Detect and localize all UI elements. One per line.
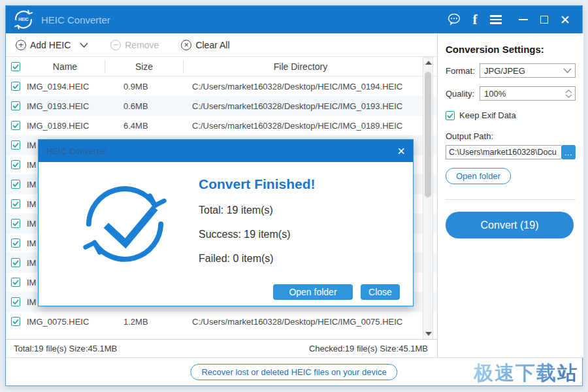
sidebar-open-folder-button[interactable]: Open folder [446,168,511,184]
dialog-title-bar: HEIC Converter × [39,140,413,162]
divider [446,199,576,200]
footer-bar: Recover lost or deleted HEIC files on yo… [6,357,582,385]
status-bar: Total:19 file(s) Size:45.1MB Checked:19 … [6,339,437,357]
dialog-close-button-secondary[interactable]: Close [361,284,400,300]
plus-circle-icon: + [16,40,26,50]
dialog-title: HEIC Converter [46,146,397,156]
row-checkbox[interactable] [11,180,20,189]
dialog-close-button[interactable]: × [397,144,405,157]
x-circle-icon: × [181,40,191,50]
convert-success-icon [76,171,173,268]
browse-button[interactable]: … [561,145,576,159]
app-window: HEIC HEIC Converter f [5,5,583,386]
table-header: Name Size File Directory [6,57,437,76]
hamburger-menu-icon [490,15,502,24]
menu-button[interactable] [485,10,506,29]
close-button[interactable]: ✕ [555,10,576,29]
file-size: 0.9MB [123,82,192,91]
row-checkbox[interactable] [11,121,20,130]
keep-exif-checkbox[interactable] [446,111,455,120]
row-checkbox[interactable] [11,278,20,287]
output-path-input[interactable]: C:\Users\market160328\Docu [446,145,561,159]
dialog-total-line: Total: 19 item(s) [199,204,316,216]
format-label: Format: [446,66,480,76]
facebook-button[interactable]: f [465,10,485,29]
row-checkbox[interactable] [11,160,20,169]
row-checkbox[interactable] [11,82,20,91]
format-value: JPG/JPEG [484,66,525,76]
status-total: Total:19 file(s) Size:45.1MB [14,344,117,353]
conversion-settings-panel: Conversion Settings: Format: JPG/JPEG Qu… [437,33,583,357]
file-size: 0.6MB [123,101,192,111]
dialog-success-line: Success: 19 item(s) [199,229,316,240]
file-directory: C:/Users/market160328/Desktop/HEIC/IMG_0… [192,82,437,91]
dialog-heading: Convert Finished! [199,176,316,192]
column-header-size[interactable]: Size [105,60,184,73]
column-header-directory[interactable]: File Directory [184,61,417,72]
dialog-footer: Open folder Close [273,284,400,300]
table-row[interactable]: IMG_0189.HEIC 6.4MB C:/Users/market16032… [6,116,437,135]
close-icon: ✕ [560,14,570,26]
output-path-label: Output Path: [446,131,576,141]
clear-all-button[interactable]: × Clear All [181,40,229,50]
dialog-body: Convert Finished! Total: 19 item(s) Succ… [39,162,413,285]
dialog-open-folder-button[interactable]: Open folder [273,284,353,300]
row-checkbox[interactable] [11,101,20,110]
dialog-failed-line: Failed: 0 item(s) [199,253,316,265]
select-all-checkbox[interactable] [11,62,20,71]
table-row[interactable]: IMG_0075.HEIC 1.2MB C:/Users/market16032… [6,312,437,331]
row-checkbox[interactable] [11,258,20,267]
remove-label: Remove [125,40,159,50]
maximize-button[interactable] [534,10,555,29]
row-checkbox[interactable] [11,199,20,208]
minimize-button[interactable] [513,10,534,29]
chat-bubble-icon [447,13,461,26]
minimize-icon [519,19,528,20]
title-bar: HEIC HEIC Converter f [6,6,582,33]
scroll-down-icon[interactable] [425,332,432,336]
file-directory: C:/Users/market160328/Desktop/HEIC/IMG_0… [192,101,437,111]
feedback-chat-button[interactable] [444,10,465,29]
quality-value: 100% [484,89,506,99]
watermark-text: 极速下载站 [474,360,578,387]
convert-button[interactable]: Convert (19) [446,212,574,238]
row-checkbox[interactable] [11,238,20,248]
file-name: IMG_0189.HEIC [25,121,123,131]
quality-spinner[interactable]: 100% [480,86,576,101]
app-logo-icon: HEIC [12,8,35,31]
recover-files-button[interactable]: Recover lost or deleted HEIC files on yo… [190,364,397,380]
toolbar: + Add HEIC − Remove × Clear All [6,33,437,57]
scrollbar-thumb[interactable] [425,72,431,197]
window-title: HEIC Converter [41,14,444,25]
convert-finished-dialog: HEIC Converter × Convert Finished! Total… [38,139,414,306]
quality-label: Quality: [446,89,480,99]
row-checkbox[interactable] [11,317,20,326]
file-name: IMG_0194.HEIC [25,82,123,91]
clear-all-label: Clear All [195,40,229,50]
chevron-down-icon [563,68,572,73]
chevron-down-icon[interactable] [80,42,88,48]
file-name: IMG_0075.HEIC [25,317,123,327]
remove-button[interactable]: − Remove [110,40,159,50]
file-size: 6.4MB [123,121,192,131]
format-select[interactable]: JPG/JPEG [480,63,576,78]
settings-heading: Conversion Settings: [446,44,576,55]
svg-text:HEIC: HEIC [18,17,29,22]
add-heic-button[interactable]: + Add HEIC [16,40,88,50]
keep-exif-label: Keep Exif Data [459,110,516,120]
file-directory: C:/Users/market160328/Desktop/HEIC/IMG_0… [192,121,437,131]
column-header-name[interactable]: Name [25,60,105,73]
facebook-icon: f [473,12,478,28]
row-checkbox[interactable] [11,140,20,150]
add-heic-label: Add HEIC [30,40,71,50]
file-size: 1.2MB [123,317,192,327]
file-directory: C:/Users/market160328/Desktop/HEIC/IMG_0… [192,317,437,327]
scroll-up-icon[interactable] [425,61,432,65]
table-row[interactable]: IMG_0194.HEIC 0.9MB C:/Users/market16032… [6,76,437,96]
row-checkbox[interactable] [11,297,20,306]
table-row[interactable]: IMG_0193.HEIC 0.6MB C:/Users/market16032… [6,96,437,116]
row-checkbox[interactable] [11,219,20,228]
minus-circle-icon: − [110,40,121,50]
spinner-arrows-icon[interactable] [565,90,572,98]
table-scrollbar[interactable] [423,57,433,340]
